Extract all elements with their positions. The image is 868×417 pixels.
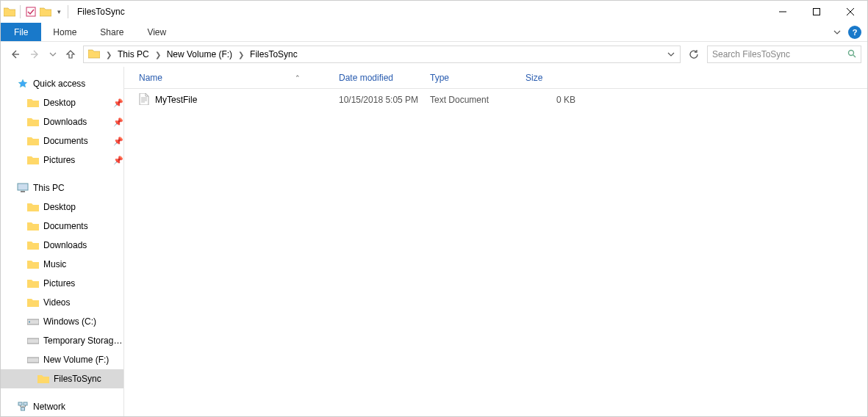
sidebar-item-network[interactable]: Network [1,397,123,416]
file-name: MyTestFile [155,95,197,105]
sidebar-item-label: Network [33,402,123,412]
folder-icon[interactable] [40,6,51,18]
network-icon [17,401,29,413]
tab-view[interactable]: View [135,23,178,41]
back-button[interactable] [7,46,23,62]
folder-icon [27,278,39,289]
forward-button[interactable] [27,46,43,62]
separator [20,5,21,18]
sidebar-item-videos[interactable]: Videos [1,293,123,312]
sidebar-item-label: Documents [43,136,109,146]
pin-icon: 📌 [113,156,123,165]
column-name[interactable]: Name⌃ [139,67,339,88]
sidebar-item-quick-access[interactable]: Quick access [1,74,123,93]
sidebar-item-pictures[interactable]: Pictures 📌 [1,151,123,170]
address-dropdown-icon[interactable] [664,51,678,58]
svg-rect-17 [21,407,25,410]
search-icon[interactable] [844,49,856,60]
column-label: Date modified [339,73,393,83]
window-title: FilesToSync [77,7,125,17]
chevron-right-icon[interactable]: ❯ [103,51,115,59]
sidebar-item-documents[interactable]: Documents 📌 [1,131,123,151]
search-input[interactable] [712,49,844,59]
tab-home[interactable]: Home [41,23,88,41]
file-type: Text Document [430,95,526,105]
pin-icon: 📌 [113,98,123,108]
folder-icon [27,154,39,166]
file-list: Name⌃ Date modified Type Size MyTestFile… [124,67,867,416]
sidebar-item-music[interactable]: Music [1,255,123,274]
close-button[interactable] [833,1,867,23]
tab-file[interactable]: File [1,23,41,41]
column-size[interactable]: Size [526,67,580,88]
sidebar-item-drive-f[interactable]: New Volume (F:) [1,350,123,369]
qat-dropdown-icon[interactable]: ▾ [54,6,63,18]
sidebar-item-label: Windows (C:) [43,316,123,327]
folder-icon [37,373,49,385]
recent-dropdown-icon[interactable] [48,46,58,62]
folder-icon [27,220,39,232]
tab-share[interactable]: Share [88,23,135,41]
breadcrumb[interactable]: FilesToSync [247,46,301,62]
sidebar-item-label: This PC [33,183,123,193]
sidebar-item-filestosync[interactable]: FilesToSync [1,369,123,388]
sidebar-item-downloads[interactable]: Downloads 📌 [1,112,123,131]
refresh-button[interactable] [685,46,703,63]
file-row[interactable]: MyTestFile 10/15/2018 5:05 PM Text Docum… [124,89,867,111]
folder-icon [27,201,39,213]
sidebar-item-documents[interactable]: Documents [1,217,123,236]
sidebar-item-desktop[interactable]: Desktop [1,197,123,217]
search-box[interactable] [707,46,861,63]
address-bar[interactable]: ❯ This PC ❯ New Volume (F:) ❯ FilesToSyn… [83,46,681,63]
maximize-button[interactable] [800,1,833,23]
svg-point-12 [29,322,30,323]
svg-rect-10 [21,191,25,192]
sidebar-item-desktop[interactable]: Desktop 📌 [1,93,123,112]
sidebar-item-label: Pictures [43,278,123,289]
folder-icon [27,297,39,308]
svg-rect-9 [18,184,28,190]
file-date: 10/15/2018 5:05 PM [339,95,430,105]
sidebar-item-downloads[interactable]: Downloads [1,236,123,255]
ribbon-expand-icon[interactable] [826,23,848,41]
text-file-icon [139,93,149,107]
sort-indicator-icon: ⌃ [295,74,301,81]
folder-icon [27,135,39,147]
sidebar-item-label: Pictures [43,155,109,165]
folder-icon [27,239,39,251]
column-label: Name [139,73,162,83]
sidebar-item-label: Documents [43,221,123,231]
breadcrumb[interactable]: This PC [115,46,152,62]
drive-icon [27,316,39,327]
explorer-window: ▾ FilesToSync File Home Share View ? [0,0,868,417]
chevron-right-icon[interactable]: ❯ [152,51,164,59]
help-icon[interactable]: ? [848,26,861,39]
sidebar-item-temp-storage[interactable]: Temporary Storage ( [1,331,123,350]
svg-rect-0 [26,7,35,16]
chevron-right-icon[interactable]: ❯ [235,51,247,59]
sidebar-item-label: Downloads [43,117,109,127]
pin-icon: 📌 [113,137,123,146]
column-label: Type [430,73,449,83]
navigation-bar: ❯ This PC ❯ New Volume (F:) ❯ FilesToSyn… [1,42,867,67]
star-icon [17,78,29,90]
minimize-button[interactable] [766,1,800,23]
column-headers: Name⌃ Date modified Type Size [124,67,867,89]
column-date[interactable]: Date modified [339,67,430,88]
breadcrumb[interactable]: New Volume (F:) [164,46,235,62]
sidebar-item-pictures[interactable]: Pictures [1,274,123,293]
drive-icon [27,335,39,347]
quick-access-toolbar: ▾ [1,5,73,18]
column-label: Size [526,73,542,83]
ribbon-tabs: File Home Share View ? [1,23,867,42]
sidebar-item-drive-c[interactable]: Windows (C:) [1,312,123,331]
column-type[interactable]: Type [430,67,526,88]
properties-icon[interactable] [25,6,37,18]
up-button[interactable] [62,46,79,62]
folder-icon [27,116,39,128]
titlebar: ▾ FilesToSync [1,1,867,23]
separator [68,5,68,18]
svg-line-8 [853,55,856,57]
sidebar-item-this-pc[interactable]: This PC [1,178,123,197]
svg-rect-2 [814,9,820,15]
